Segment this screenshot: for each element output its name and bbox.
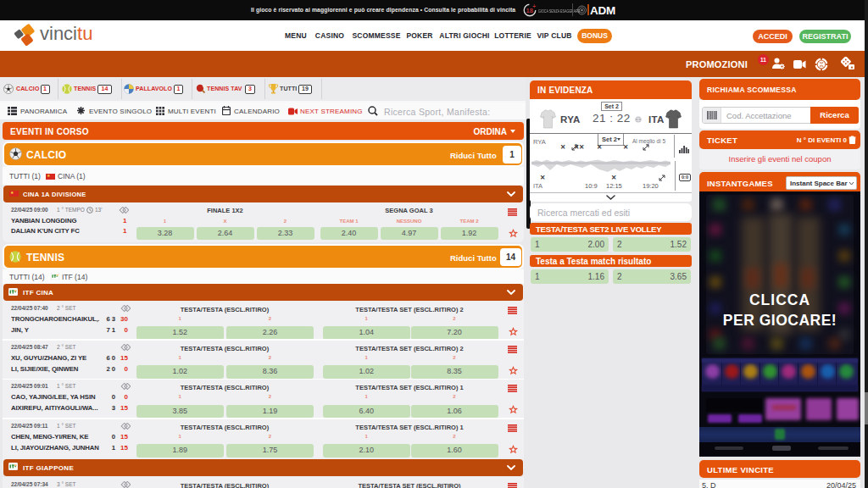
svg-text:+: + — [532, 3, 536, 9]
